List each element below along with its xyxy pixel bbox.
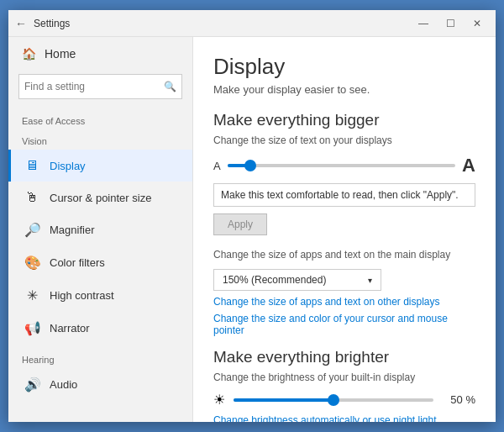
minimize-button[interactable]: — [412,14,435,33]
settings-window: ← Settings — ☐ ✕ 🏠 Home 🔍 Ease of Access… [8,10,496,422]
sidebar-item-contrast[interactable]: ✳ High contrast [8,279,192,312]
text-size-slider-thumb[interactable] [244,160,256,171]
search-icon: 🔍 [164,81,176,92]
title-bar: ← Settings — ☐ ✕ [8,10,496,37]
preview-text-box: Make this text comfortable to read, then… [213,183,475,207]
sidebar-item-cursor[interactable]: 🖱 Cursor & pointer size [8,182,192,213]
window-controls: — ☐ ✕ [412,14,489,33]
ease-of-access-label: Ease of Access [8,109,192,129]
brightness-slider-row: ☀ 50 % [213,392,475,408]
night-light-link[interactable]: Change brightness automatically or use n… [213,414,475,422]
brightness-slider-thumb[interactable] [328,394,339,406]
color-icon: 🎨 [24,255,39,271]
home-icon: 🏠 [22,47,36,61]
sidebar: 🏠 Home 🔍 Ease of Access Vision 🖥 Display… [8,37,193,422]
maximize-button[interactable]: ☐ [438,14,462,33]
other-displays-link[interactable]: Change the size of apps and text on othe… [213,296,475,308]
brightness-percent: 50 % [442,393,475,406]
text-size-desc: Change the size of text on your displays [213,134,475,146]
narrator-icon: 📢 [24,320,39,336]
sidebar-home[interactable]: 🏠 Home [8,37,192,71]
text-size-slider-track[interactable] [228,164,455,167]
content-area: 🏠 Home 🔍 Ease of Access Vision 🖥 Display… [8,37,496,422]
section1-title: Make everything bigger [213,111,475,129]
text-size-slider-row: A A [213,155,475,176]
cursor-icon: 🖱 [24,190,39,205]
sidebar-item-audio[interactable]: 🔊 Audio [8,368,192,401]
audio-icon: 🔊 [24,377,39,392]
scale-dropdown[interactable]: 150% (Recommended) ▾ [213,269,381,291]
search-input[interactable] [24,81,164,92]
chevron-down-icon: ▾ [368,276,372,285]
section2-title: Make everything brighter [213,348,475,366]
scale-dropdown-row: 150% (Recommended) ▾ [213,269,475,291]
home-label: Home [45,47,76,61]
brightness-low-icon: ☀ [213,392,225,408]
scale-dropdown-value: 150% (Recommended) [223,274,326,286]
sidebar-item-cursor-label: Cursor & pointer size [50,192,151,204]
close-button[interactable]: ✕ [465,14,489,33]
sidebar-search-box[interactable]: 🔍 [18,74,182,99]
sidebar-item-color[interactable]: 🎨 Color filters [8,246,192,279]
sidebar-item-narrator-label: Narrator [50,322,90,335]
page-subtitle: Make your display easier to see. [213,83,475,96]
sidebar-item-magnifier-label: Magnifier [50,224,94,236]
brightness-desc: Change the brightness of your built-in d… [213,371,475,383]
sidebar-item-magnifier[interactable]: 🔎 Magnifier [8,213,192,246]
brightness-slider-fill [234,398,333,402]
apps-text-desc: Change the size of apps and text on the … [213,249,475,261]
cursor-link[interactable]: Change the size and color of your cursor… [213,313,475,336]
sidebar-item-audio-label: Audio [50,378,77,391]
apply-button[interactable]: Apply [213,213,267,235]
display-icon: 🖥 [24,158,39,173]
magnifier-icon: 🔎 [24,222,39,238]
sidebar-item-color-label: Color filters [50,256,105,269]
back-button[interactable]: ← [15,17,27,30]
contrast-icon: ✳ [24,287,39,303]
brightness-slider-track[interactable] [234,398,433,402]
sidebar-item-display[interactable]: 🖥 Display [8,150,192,182]
page-title: Display [213,54,475,80]
sidebar-item-contrast-label: High contrast [50,289,114,302]
small-a-label: A [213,160,221,172]
main-panel: Display Make your display easier to see.… [193,37,496,422]
sidebar-item-display-label: Display [50,160,86,172]
title-bar-title: Settings [34,18,412,29]
vision-label: Vision [8,129,192,150]
sidebar-item-narrator[interactable]: 📢 Narrator [8,312,192,345]
hearing-label: Hearing [8,345,192,368]
big-a-label: A [462,155,475,176]
